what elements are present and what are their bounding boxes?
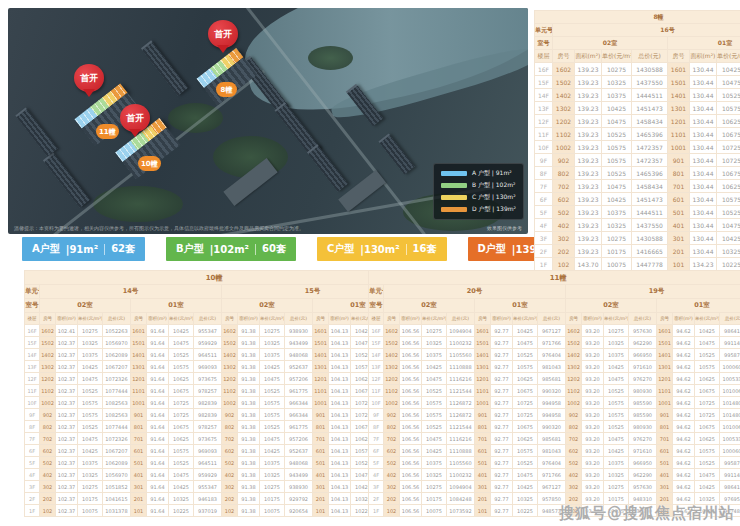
num-cell: 10525 xyxy=(422,385,447,397)
num-cell: 104.13 xyxy=(329,457,351,469)
building-tower xyxy=(43,152,90,207)
num-cell: 1430588 xyxy=(632,232,668,245)
hao-cell: 602 xyxy=(222,445,238,457)
num-cell: 92.77 xyxy=(491,325,513,337)
num-cell: 91.64 xyxy=(147,385,169,397)
num-cell: 990320 xyxy=(538,385,566,397)
hao-cell: 1201 xyxy=(657,373,673,385)
num-cell: 10375 xyxy=(602,89,632,102)
fl-cell: 16F xyxy=(369,325,384,337)
num-cell: 10575 xyxy=(169,445,194,457)
num-cell: 1072326 xyxy=(103,373,131,385)
num-cell: 10575 xyxy=(717,193,740,206)
hao-cell: 501 xyxy=(657,457,673,469)
hao-cell: 102 xyxy=(553,258,575,271)
num-cell: 962290 xyxy=(629,337,657,349)
num-cell: 102.37 xyxy=(56,505,78,517)
hao-cell: 1602 xyxy=(384,325,400,337)
fl-cell: 6F xyxy=(25,445,40,457)
table-row: 10F1002102.37105751082563100191.64107259… xyxy=(25,397,404,409)
hao-cell: 1302 xyxy=(222,361,238,373)
num-cell: 929792 xyxy=(285,493,313,505)
num-cell: 967127 xyxy=(538,481,566,493)
h-cell: 室号 xyxy=(535,37,553,50)
num-cell: 91.38 xyxy=(238,469,260,481)
num-cell: 938930 xyxy=(285,481,313,493)
legend-label: D 户型 | 139m² xyxy=(472,205,516,214)
hao-cell: 1402 xyxy=(553,89,575,102)
building-tower xyxy=(307,144,348,191)
hao-cell: 1602 xyxy=(222,325,238,337)
ch-cell: 单价(元/m²) xyxy=(513,313,538,325)
ch-cell: 房号 xyxy=(40,313,56,325)
num-cell: 102.37 xyxy=(56,349,78,361)
num-cell: 10325 xyxy=(695,493,720,505)
num-cell: 10425 xyxy=(422,445,447,457)
num-cell: 10525 xyxy=(604,421,629,433)
num-cell: 943499 xyxy=(285,337,313,349)
price-table-building-11: 11幢单元号20号19号室号02室01室02室01室楼层房号面积(m²)单价(元… xyxy=(368,270,740,517)
hao-cell: 701 xyxy=(313,433,329,445)
ch-cell: 单价(元/m²) xyxy=(695,313,720,325)
h-cell: 01室 xyxy=(475,299,566,313)
num-cell: 991145 xyxy=(720,469,740,481)
num-cell: 1005338 xyxy=(720,433,740,445)
num-cell: 91.38 xyxy=(238,481,260,493)
table-row: 4F402139.23103251437550401130.4410475136… xyxy=(535,219,740,232)
num-cell: 10525 xyxy=(602,128,632,141)
num-cell: 10375 xyxy=(422,349,447,361)
table-row: 11F1102139.231052514653961101130.4410675… xyxy=(535,128,740,141)
hao-cell: 901 xyxy=(657,409,673,421)
ch-cell: 房号 xyxy=(553,50,575,63)
hao-cell: 702 xyxy=(553,180,575,193)
num-cell: 92.77 xyxy=(491,445,513,457)
num-cell: 1472357 xyxy=(632,154,668,167)
hao-cell: 1602 xyxy=(553,63,575,76)
hao-cell: 402 xyxy=(222,469,238,481)
h-cell: 单元号 xyxy=(535,24,553,37)
fl-cell: 10F xyxy=(369,397,384,409)
num-cell: 1437550 xyxy=(632,219,668,232)
num-cell: 969093 xyxy=(194,361,222,373)
hao-cell: 1102 xyxy=(384,385,400,397)
num-cell: 10175 xyxy=(260,493,285,505)
num-cell: 1116216 xyxy=(447,373,475,385)
num-cell: 1084248 xyxy=(447,493,475,505)
num-cell: 93.20 xyxy=(582,361,604,373)
num-cell: 961775 xyxy=(285,421,313,433)
num-cell: 104.13 xyxy=(329,421,351,433)
num-cell: 966950 xyxy=(629,457,657,469)
num-cell: 985681 xyxy=(538,433,566,445)
num-cell: 10425 xyxy=(513,325,538,337)
num-cell: 10575 xyxy=(78,409,103,421)
num-cell: 10425 xyxy=(169,481,194,493)
num-cell: 106.56 xyxy=(400,445,422,457)
hao-cell: 901 xyxy=(475,409,491,421)
ch-cell: 单价(元/m²) xyxy=(717,50,740,63)
num-cell: 946183 xyxy=(194,493,222,505)
table-row: 14F1402102.37103751062089140191.64105259… xyxy=(25,349,404,361)
num-cell: 986414 xyxy=(720,325,740,337)
num-cell: 92.77 xyxy=(491,385,513,397)
hao-cell: 1501 xyxy=(668,76,690,89)
hao-cell: 501 xyxy=(475,457,491,469)
num-cell: 93.20 xyxy=(582,493,604,505)
num-cell: 10275 xyxy=(260,481,285,493)
num-cell: 982839 xyxy=(194,409,222,421)
num-cell: 1110888 xyxy=(447,361,475,373)
num-cell: 995876 xyxy=(720,457,740,469)
num-cell: 10475 xyxy=(695,337,720,349)
hao-cell: 1501 xyxy=(131,337,147,349)
aerial-rendering-image[interactable]: 首开 首开 首开 11幢 10幢 8幢 A 户型 | 91m² B 户型 | 1… xyxy=(8,8,528,234)
num-cell: 102.37 xyxy=(56,397,78,409)
num-cell: 10425 xyxy=(260,361,285,373)
num-cell: 139.23 xyxy=(575,141,602,154)
fl-cell: 8F xyxy=(535,167,553,180)
table-row: 3F302102.3710275105185230191.64104259553… xyxy=(25,481,404,493)
building-tower xyxy=(378,133,414,174)
ch-cell: 单价(元/m²) xyxy=(169,313,194,325)
num-cell: 10525 xyxy=(717,206,740,219)
fl-cell: 13F xyxy=(535,102,553,115)
ch-cell: 总价(元) xyxy=(285,313,313,325)
num-cell: 967127 xyxy=(538,325,566,337)
